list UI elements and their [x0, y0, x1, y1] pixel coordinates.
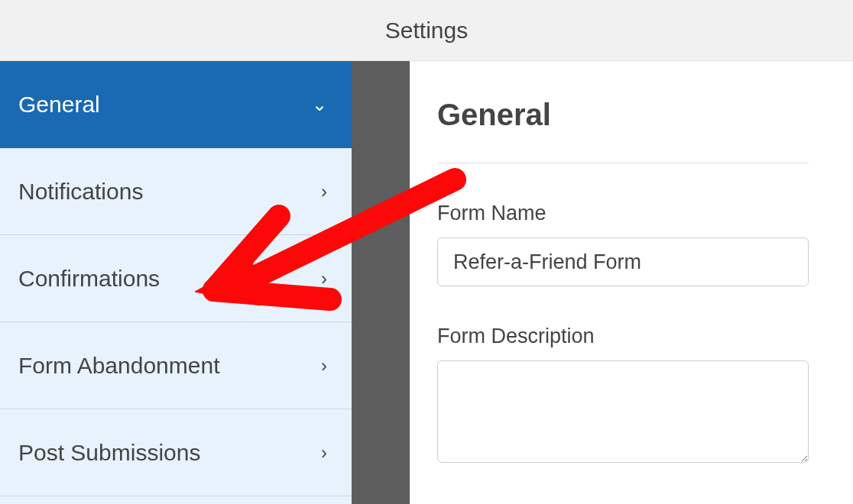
sidebar-item-label: General [18, 92, 100, 118]
form-description-label: Form Description [437, 325, 809, 348]
form-name-field: Form Name [437, 202, 809, 286]
chevron-right-icon: › [321, 181, 327, 202]
chevron-right-icon: › [321, 442, 327, 464]
chevron-right-icon: › [321, 268, 327, 289]
form-description-textarea[interactable] [437, 360, 809, 463]
header-bar: Settings [0, 0, 853, 61]
main-area: General ⌄ Notifications › Confirmations … [0, 61, 853, 504]
sidebar-item-confirmations[interactable]: Confirmations › [0, 235, 352, 322]
sidebar-item-form-abandonment[interactable]: Form Abandonment › [0, 322, 352, 409]
sidebar-item-notifications[interactable]: Notifications › [0, 148, 352, 235]
panel-heading: General [437, 98, 809, 163]
sidebar-item-label: Notifications [18, 179, 143, 205]
sidebar-item-label: Post Submissions [18, 440, 200, 466]
panel-gap [352, 61, 410, 504]
chevron-right-icon: › [321, 355, 327, 376]
sidebar-item-label: Confirmations [18, 266, 160, 292]
settings-sidebar: General ⌄ Notifications › Confirmations … [0, 61, 352, 504]
sidebar-item-general[interactable]: General ⌄ [0, 61, 352, 148]
chevron-down-icon: ⌄ [312, 94, 327, 115]
sidebar-item-post-submissions[interactable]: Post Submissions › [0, 409, 352, 496]
form-name-input[interactable] [437, 237, 809, 286]
settings-panel: General Form Name Form Description [410, 61, 853, 504]
sidebar-item-label: Form Abandonment [18, 353, 219, 379]
page-title: Settings [385, 18, 468, 44]
form-name-label: Form Name [437, 202, 809, 225]
form-description-field: Form Description [437, 325, 809, 466]
